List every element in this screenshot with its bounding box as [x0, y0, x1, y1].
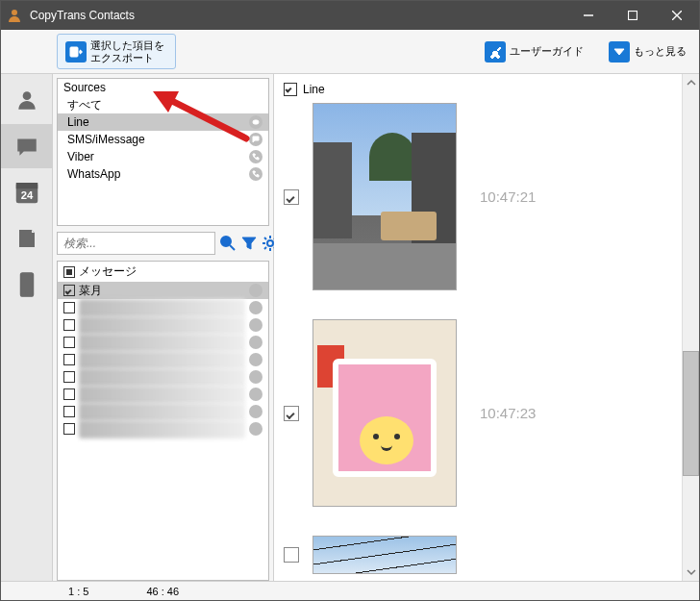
message-checkbox[interactable]	[63, 319, 75, 331]
nav-device[interactable]	[1, 263, 53, 307]
window-close-button[interactable]	[655, 1, 699, 30]
photo-timestamp: 10:47:23	[480, 405, 536, 421]
line-icon	[249, 405, 262, 418]
user-guide-button[interactable]: ユーザーガイド	[476, 34, 592, 69]
search-button[interactable]	[219, 232, 237, 255]
app-icon	[7, 8, 22, 23]
export-selected-button[interactable]: 選択した項目を エクスポート	[57, 34, 176, 69]
messages-list: メッセージ 菜月	[57, 261, 269, 581]
messages-heading: メッセージ	[79, 263, 137, 280]
message-label	[79, 317, 245, 334]
svg-point-0	[12, 10, 17, 15]
left-nav: 24	[1, 74, 53, 581]
message-row[interactable]	[58, 420, 268, 438]
message-label	[79, 421, 245, 438]
window-maximize-button[interactable]	[611, 1, 655, 30]
photo-checkbox[interactable]	[284, 406, 299, 421]
sources-heading: Sources	[58, 79, 268, 96]
window-title: CopyTrans Contacts	[30, 9, 566, 22]
line-icon	[249, 115, 262, 129]
filter-button[interactable]	[240, 232, 258, 255]
svg-rect-5	[70, 47, 78, 57]
line-icon	[249, 301, 262, 314]
select-all-checkbox[interactable]	[63, 266, 75, 278]
message-checkbox[interactable]	[63, 354, 75, 365]
svg-point-11	[25, 292, 27, 294]
svg-line-20	[264, 238, 266, 239]
messages-heading-row[interactable]: メッセージ	[58, 262, 268, 282]
middle-panel: Sources すべて Line SMS/iMessage Viber What…	[53, 74, 274, 581]
sources-list: Sources すべて Line SMS/iMessage Viber What…	[57, 78, 269, 226]
message-checkbox[interactable]	[63, 302, 75, 313]
svg-point-13	[221, 237, 231, 246]
scroll-down-button[interactable]	[683, 563, 699, 581]
titlebar: CopyTrans Contacts	[1, 1, 699, 30]
photo-thumbnail[interactable]	[312, 536, 457, 574]
source-line[interactable]: Line	[58, 113, 268, 131]
source-all[interactable]: すべて	[58, 96, 268, 113]
phone-icon	[249, 150, 262, 163]
message-row[interactable]	[58, 386, 268, 403]
message-row[interactable]: 菜月	[58, 282, 268, 299]
line-icon	[249, 370, 262, 384]
line-icon	[249, 336, 262, 349]
svg-point-15	[267, 240, 273, 246]
photo-checkbox[interactable]	[284, 547, 299, 563]
message-checkbox[interactable]	[63, 285, 75, 296]
source-viber[interactable]: Viber	[58, 148, 268, 165]
message-row[interactable]	[58, 403, 268, 420]
status-bar: 1 : 5 46 : 46	[1, 581, 699, 600]
line-icon	[249, 422, 262, 436]
export-label: 選択した項目を エクスポート	[90, 39, 167, 63]
thread-select-checkbox[interactable]	[284, 83, 297, 96]
content-scrollbar[interactable]	[682, 74, 699, 581]
message-checkbox[interactable]	[63, 406, 75, 417]
message-label: 菜月	[79, 283, 245, 299]
photo-thumbnail[interactable]	[312, 103, 457, 290]
photo-thumbnail[interactable]	[312, 319, 457, 507]
source-whatsapp[interactable]: WhatsApp	[58, 165, 268, 183]
message-label	[79, 352, 245, 368]
svg-rect-2	[629, 12, 638, 20]
message-row[interactable]	[58, 351, 268, 368]
photo-row	[284, 536, 676, 574]
message-label	[79, 369, 245, 386]
search-input[interactable]	[57, 232, 215, 255]
svg-point-6	[22, 91, 31, 100]
photo-row: 10:47:21	[284, 103, 676, 290]
nav-messages[interactable]	[1, 124, 53, 168]
message-label	[79, 404, 245, 420]
scroll-up-button[interactable]	[683, 74, 699, 91]
message-checkbox[interactable]	[63, 388, 75, 400]
photo-checkbox[interactable]	[284, 189, 299, 205]
message-icon	[249, 133, 262, 146]
status-count-selected: 1 : 5	[68, 586, 88, 597]
search-row	[57, 232, 269, 255]
svg-line-14	[230, 245, 235, 250]
more-button[interactable]: もっと見る	[600, 34, 695, 69]
nav-calendar[interactable]: 24	[1, 170, 53, 214]
chevron-down-icon	[609, 41, 630, 63]
svg-rect-8	[15, 183, 38, 188]
window-minimize-button[interactable]	[566, 1, 611, 30]
line-icon	[249, 388, 262, 401]
toolbar: 選択した項目を エクスポート ユーザーガイド もっと見る	[1, 30, 699, 74]
message-row[interactable]	[58, 316, 268, 334]
svg-rect-12	[253, 120, 259, 124]
message-checkbox[interactable]	[63, 337, 75, 348]
nav-notes[interactable]	[1, 216, 53, 261]
message-row[interactable]	[58, 368, 268, 386]
tools-icon	[485, 41, 506, 63]
photo-timestamp: 10:47:21	[480, 188, 536, 205]
phone-icon	[249, 167, 262, 181]
nav-contacts[interactable]	[1, 78, 53, 122]
message-checkbox[interactable]	[63, 371, 75, 383]
source-sms[interactable]: SMS/iMessage	[58, 131, 268, 148]
message-row[interactable]	[58, 299, 268, 316]
message-checkbox[interactable]	[63, 423, 75, 435]
scroll-thumb[interactable]	[683, 351, 699, 476]
message-row[interactable]	[58, 334, 268, 351]
svg-line-23	[264, 247, 266, 249]
message-label	[79, 300, 245, 316]
line-icon	[249, 284, 262, 297]
